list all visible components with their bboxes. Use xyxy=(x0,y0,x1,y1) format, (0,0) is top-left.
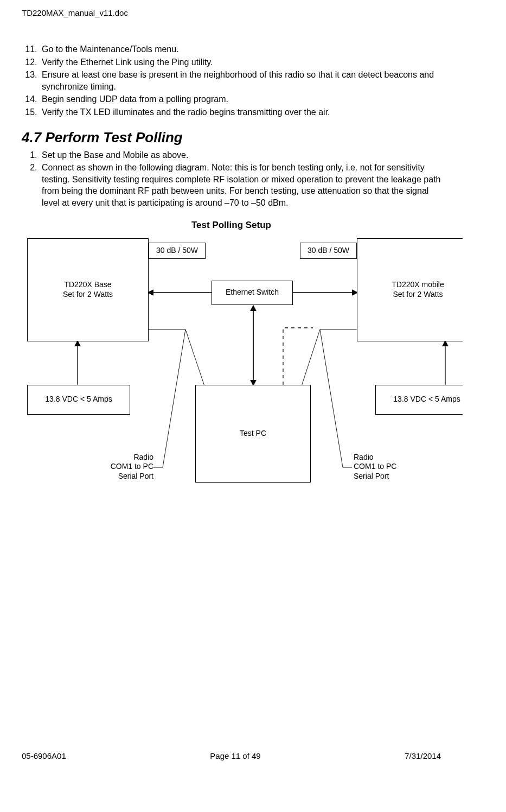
serial-left-label: Radio COM1 to PC Serial Port xyxy=(97,453,153,481)
section-heading: 4.7 Perform Test Polling xyxy=(22,129,441,146)
psu-left-box: 13.8 VDC < 5 Amps xyxy=(27,385,130,415)
polling-step-2: Connect as shown in the following diagra… xyxy=(40,162,441,208)
step-13: Ensure at least one base is present in t… xyxy=(40,69,441,92)
page-footer: 05-6906A01 Page 11 of 49 7/31/2014 xyxy=(22,751,441,760)
polling-step-1: Set up the Base and Mobile as above. xyxy=(40,149,441,161)
step-12: Verify the Ethernet Link using the Ping … xyxy=(40,56,441,68)
base-radio-label: TD220X Base Set for 2 Watts xyxy=(63,280,113,299)
steps-list-polling: Set up the Base and Mobile as above. Con… xyxy=(24,149,441,209)
page-content: Go to the Maintenance/Tools menu. Verify… xyxy=(22,43,441,515)
psu-left-label: 13.8 VDC < 5 Amps xyxy=(45,395,112,404)
step-11: Go to the Maintenance/Tools menu. xyxy=(40,43,441,55)
test-polling-diagram: TD220X Base Set for 2 Watts TD220X mobil… xyxy=(22,233,463,515)
serial-right-label: Radio COM1 to PC Serial Port xyxy=(354,453,411,481)
test-pc-box: Test PC xyxy=(195,385,311,483)
doc-filename: TD220MAX_manual_v11.doc xyxy=(22,8,128,17)
steps-list-continued: Go to the Maintenance/Tools menu. Verify… xyxy=(24,43,441,118)
attenuator-right-box: 30 dB / 50W xyxy=(300,243,357,259)
attenuator-left-label: 30 dB / 50W xyxy=(156,246,198,256)
footer-date: 7/31/2014 xyxy=(405,751,441,760)
step-15: Verify the TX LED illuminates and the ra… xyxy=(40,106,441,118)
section-title: Perform Test Polling xyxy=(45,129,182,145)
ethernet-switch-box: Ethernet Switch xyxy=(212,281,293,305)
footer-page-number: Page 11 of 49 xyxy=(210,751,260,760)
attenuator-right-label: 30 dB / 50W xyxy=(308,246,349,256)
base-radio-box: TD220X Base Set for 2 Watts xyxy=(27,238,149,341)
diagram-title: Test Polling Setup xyxy=(22,220,441,231)
ethernet-switch-label: Ethernet Switch xyxy=(226,288,279,297)
mobile-radio-label: TD220X mobile Set for 2 Watts xyxy=(392,280,444,299)
psu-right-label: 13.8 VDC < 5 Amps xyxy=(393,395,460,404)
psu-right-box: 13.8 VDC < 5 Amps xyxy=(375,385,463,415)
step-14: Begin sending UDP data from a polling pr… xyxy=(40,93,441,105)
attenuator-left-box: 30 dB / 50W xyxy=(149,243,206,259)
section-number: 4.7 xyxy=(22,129,41,145)
mobile-radio-box: TD220X mobile Set for 2 Watts xyxy=(357,238,463,341)
test-pc-label: Test PC xyxy=(240,429,266,439)
footer-doc-number: 05-6906A01 xyxy=(22,751,66,760)
